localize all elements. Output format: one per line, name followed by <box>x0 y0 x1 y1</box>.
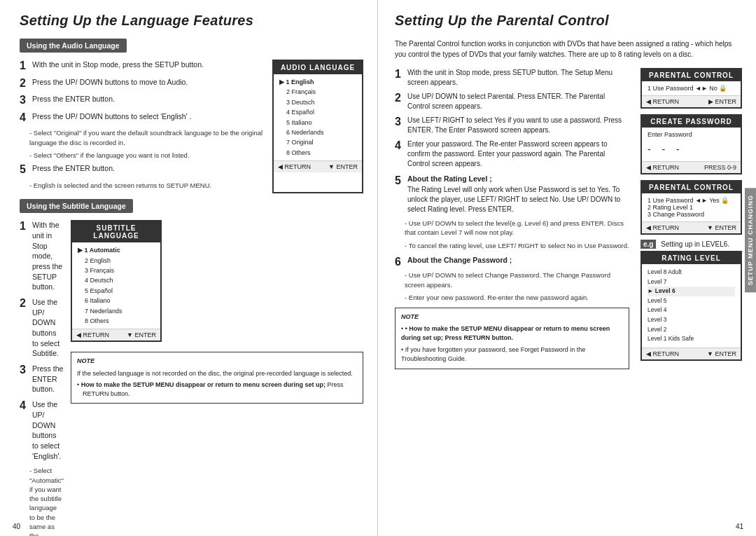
subtitle-step-1: 1 With the unit in Stop mode, press the … <box>20 220 64 292</box>
step-number: 5 <box>20 163 29 176</box>
step-text: With the unit in Stop mode, press the SE… <box>32 220 64 292</box>
rating-item: Level 8 Adult <box>648 268 735 277</box>
audio-menu-item: 4 Español <box>279 107 356 117</box>
parental-control-row: 3 Change Password <box>648 211 735 218</box>
left-page-title: Setting Up the Language Features <box>20 13 363 29</box>
step-number: 3 <box>20 94 29 106</box>
enter-password-label: Enter Password <box>648 131 735 138</box>
right-page-title: Setting Up the Parental Control <box>395 13 742 29</box>
step-number: 6 <box>395 256 405 268</box>
password-note-1: - Use UP/ DOWN to select Change Password… <box>405 270 629 289</box>
rating-note-2: - To cancel the rating level, use LEFT/ … <box>405 241 629 250</box>
parental-step-2: 2 Use UP/ DOWN to select Parental. Press… <box>395 92 629 111</box>
step-text: Use UP/ DOWN to select Parental. Press E… <box>407 92 629 111</box>
audio-step-3: 3 Press the ENTER button. <box>20 94 265 106</box>
audio-menu-title: AUDIO LANGUAGE <box>274 61 362 74</box>
enter-label: ▶ ENTER <box>708 98 736 105</box>
create-password-body: Enter Password - - - <box>642 128 741 161</box>
vertical-tab: SETUP MENU CHANGING <box>745 188 756 292</box>
return-label: ◀ RETURN <box>278 163 311 170</box>
about-password-header: About the Change Password ; <box>407 256 512 264</box>
create-password-footer: ◀ RETURN PRESS 0-9 <box>642 161 741 173</box>
step-number: 2 <box>20 297 29 310</box>
subtitle-menu-item: 8 Others <box>78 316 155 326</box>
parental-step-3: 3 Use LEFT/ RIGHT to select Yes if you w… <box>395 116 629 135</box>
note-title: NOTE <box>77 357 357 366</box>
left-page-number: 40 <box>13 523 20 530</box>
rating-item: Level 7 <box>648 277 735 287</box>
step-number: 3 <box>20 364 29 376</box>
parental-control-body-2: 1 Use Password ◄► Yes 🔒 2 Rating Level 1… <box>642 193 741 221</box>
rating-level-box: RATING LEVEL Level 8 Adult Level 7 ► Lev… <box>640 251 742 361</box>
subtitle-menu-item: 6 Italiano <box>78 296 155 305</box>
subtitle-menu-item: 7 Nederlands <box>78 306 155 316</box>
parental-step-4: 4 Enter your password. The Re-enter Pass… <box>395 139 629 169</box>
step-text: Press the UP/ DOWN buttons to select 'En… <box>32 111 192 122</box>
rating-item: Level 1 Kids Safe <box>648 334 735 344</box>
subtitle-section-header: Using the Subtitle Language <box>20 199 133 213</box>
return-label: ◀ RETURN <box>646 350 679 357</box>
subtitle-menu-item: 5 Español <box>78 286 155 296</box>
rating-note-1: - Use UP/ DOWN to select the level(e.g. … <box>405 219 629 238</box>
step-number: 1 <box>20 60 29 72</box>
right-page: Setting Up the Parental Control The Pare… <box>378 0 756 536</box>
audio-menu-item: 8 Others <box>279 148 356 158</box>
subtitle-step-4: 4 Use the UP/ DOWN buttons to select 'En… <box>20 399 64 461</box>
step-number: 2 <box>20 77 29 90</box>
step-text: With the unit in Stop mode, press SETUP … <box>407 68 629 88</box>
step-number: 5 <box>395 174 405 187</box>
audio-menu-item: 6 Nederlands <box>279 128 356 137</box>
parental-control-footer-1: ◀ RETURN ▶ ENTER <box>642 95 741 107</box>
subtitle-menu-item: ▶ 1 Automatic <box>78 245 155 255</box>
step-text: Use the UP/ DOWN buttons to select Subti… <box>32 297 64 359</box>
parental-control-title-1: PARENTAL CONTROL <box>642 69 741 81</box>
right-columns: 1 With the unit in Stop mode, press SETU… <box>395 68 742 369</box>
subtitle-section: Using the Subtitle Language 1 With the u… <box>20 199 363 536</box>
subtitle-step-3: 3 Press the ENTER button. <box>20 364 64 394</box>
step-text: Use the UP/ DOWN buttons to select 'Engl… <box>32 399 64 461</box>
about-password-content: About the Change Password ; <box>407 256 512 266</box>
step-text: Press the ENTER button. <box>32 94 115 104</box>
subtitle-menu-footer: ◀ RETURN ▼ ENTER <box>72 329 160 341</box>
subtitle-steps-area: 1 With the unit in Stop mode, press the … <box>20 220 363 536</box>
step-number: 2 <box>395 92 405 104</box>
return-label: ◀ RETURN <box>646 164 679 171</box>
right-sidebar: PARENTAL CONTROL 1 Use Password ◄► No 🔒 … <box>640 68 742 369</box>
rating-level-body: Level 8 Adult Level 7 ► Level 6 Level 5 … <box>642 264 741 348</box>
parental-step-1: 1 With the unit in Stop mode, press SETU… <box>395 68 629 88</box>
audio-menu-item: 5 Italiano <box>279 118 356 128</box>
return-label: ◀ RETURN <box>646 224 679 231</box>
audio-step-4: 4 Press the UP/ DOWN buttons to select '… <box>20 111 265 124</box>
return-label: ◀ RETURN <box>646 98 679 105</box>
password-note-2: - Enter your new password. Re-enter the … <box>405 293 629 302</box>
step-text: Press the UP/ DOWN buttons to move to Au… <box>32 77 188 88</box>
parental-control-row: 2 Rating Level 1 <box>648 204 735 211</box>
parental-control-box-1: PARENTAL CONTROL 1 Use Password ◄► No 🔒 … <box>640 68 742 109</box>
rating-item: Level 4 <box>648 305 735 315</box>
eg-text: Setting up in LEVEL6. <box>661 240 729 248</box>
parental-control-box-2: PARENTAL CONTROL 1 Use Password ◄► Yes 🔒… <box>640 180 742 235</box>
eg-label: e.g <box>640 240 656 249</box>
audio-menu-item: ▶ 1 English <box>279 77 356 87</box>
audio-steps-area: 1 With the unit in Stop mode, press the … <box>20 60 363 193</box>
subtitle-menu-items: ▶ 1 Automatic 2 English 3 Français 4 Deu… <box>72 242 160 329</box>
audio-menu-item: 7 Original <box>279 137 356 147</box>
audio-step-1: 1 With the unit in Stop mode, press the … <box>20 60 265 72</box>
about-rating-text: The Rating Level will only work when Use… <box>407 185 629 214</box>
rating-item: Level 2 <box>648 325 735 335</box>
rating-list: Level 8 Adult Level 7 ► Level 6 Level 5 … <box>648 268 735 344</box>
right-note-box: NOTE • • How to make the SETUP MENU disa… <box>395 308 629 369</box>
audio-menu-box: AUDIO LANGUAGE ▶ 1 English 2 Français 3 … <box>272 60 363 193</box>
right-main: 1 With the unit in Stop mode, press SETU… <box>395 68 629 369</box>
step-number: 4 <box>20 399 29 412</box>
audio-step-2: 2 Press the UP/ DOWN buttons to move to … <box>20 77 265 90</box>
left-note-box: NOTE If the selected language is not rec… <box>71 352 363 403</box>
enter-label: ▼ ENTER <box>707 350 736 357</box>
audio-menu-item: 2 Français <box>279 87 356 97</box>
right-intro: The Parental Control function works in c… <box>395 39 742 60</box>
step6-about-password: 6 About the Change Password ; <box>395 256 629 268</box>
subtitle-menu-item: 2 English <box>78 256 155 266</box>
left-page: Setting Up the Language Features Using t… <box>0 0 378 536</box>
parental-control-row-1: 1 Use Password ◄► No 🔒 <box>648 85 735 92</box>
press-label: PRESS 0-9 <box>704 164 736 171</box>
